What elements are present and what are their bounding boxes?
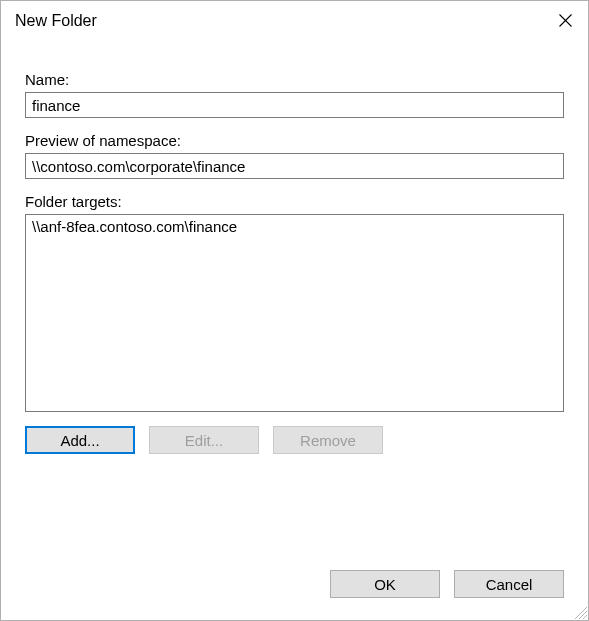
list-item[interactable]: \\anf-8fea.contoso.com\finance <box>32 218 557 235</box>
close-icon <box>559 13 572 30</box>
ok-button[interactable]: OK <box>330 570 440 598</box>
name-input[interactable] <box>25 92 564 118</box>
targets-label: Folder targets: <box>25 193 564 210</box>
close-button[interactable] <box>542 1 588 41</box>
dialog-title: New Folder <box>15 12 97 30</box>
preview-label: Preview of namespace: <box>25 132 564 149</box>
remove-button: Remove <box>273 426 383 454</box>
name-label: Name: <box>25 71 564 88</box>
targets-button-row: Add... Edit... Remove <box>25 426 564 454</box>
title-bar: New Folder <box>1 1 588 41</box>
dialog-content: Name: Preview of namespace: Folder targe… <box>1 41 588 570</box>
add-button[interactable]: Add... <box>25 426 135 454</box>
edit-button: Edit... <box>149 426 259 454</box>
dialog-button-bar: OK Cancel <box>1 570 588 620</box>
targets-list[interactable]: \\anf-8fea.contoso.com\finance <box>25 214 564 412</box>
preview-input <box>25 153 564 179</box>
cancel-button[interactable]: Cancel <box>454 570 564 598</box>
